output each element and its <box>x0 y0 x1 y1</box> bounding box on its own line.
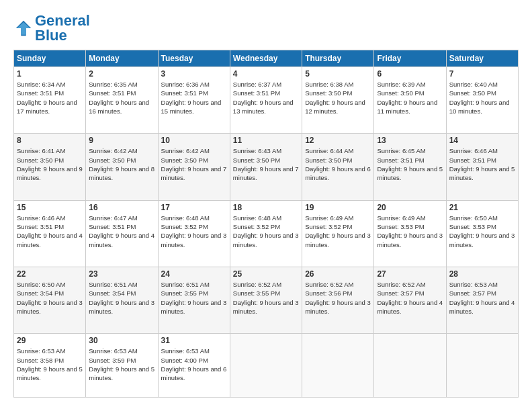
calendar-cell: 9Sunrise: 6:42 AMSunset: 3:50 PMDaylight… <box>86 134 158 200</box>
day-info: Sunrise: 6:44 AMSunset: 3:50 PMDaylight:… <box>305 146 371 182</box>
calendar-cell: 14Sunrise: 6:46 AMSunset: 3:51 PMDayligh… <box>446 134 518 200</box>
calendar-cell: 27Sunrise: 6:52 AMSunset: 3:57 PMDayligh… <box>374 267 446 334</box>
day-number: 19 <box>305 203 371 212</box>
day-number: 22 <box>17 269 83 279</box>
day-info: Sunrise: 6:50 AMSunset: 3:53 PMDaylight:… <box>449 214 515 249</box>
day-number: 21 <box>449 203 515 212</box>
calendar-cell <box>230 334 302 398</box>
day-info: Sunrise: 6:53 AMSunset: 4:00 PMDaylight:… <box>161 347 227 382</box>
day-number: 18 <box>233 203 299 212</box>
day-info: Sunrise: 6:49 AMSunset: 3:53 PMDaylight:… <box>377 214 443 249</box>
day-number: 28 <box>449 269 515 279</box>
logo-blue: Blue <box>35 27 67 44</box>
day-info: Sunrise: 6:49 AMSunset: 3:52 PMDaylight:… <box>305 214 371 249</box>
calendar-cell: 2Sunrise: 6:35 AMSunset: 3:51 PMDaylight… <box>86 67 158 134</box>
day-info: Sunrise: 6:48 AMSunset: 3:52 PMDaylight:… <box>233 214 299 249</box>
day-number: 3 <box>161 69 227 79</box>
calendar-cell: 17Sunrise: 6:48 AMSunset: 3:52 PMDayligh… <box>158 200 230 267</box>
day-number: 30 <box>89 336 154 345</box>
day-number: 4 <box>233 69 299 79</box>
day-info: Sunrise: 6:48 AMSunset: 3:52 PMDaylight:… <box>161 214 227 249</box>
day-info: Sunrise: 6:52 AMSunset: 3:57 PMDaylight:… <box>377 280 443 316</box>
day-info: Sunrise: 6:42 AMSunset: 3:50 PMDaylight:… <box>161 146 227 182</box>
calendar-cell: 8Sunrise: 6:41 AMSunset: 3:50 PMDaylight… <box>14 134 86 200</box>
calendar-cell: 18Sunrise: 6:48 AMSunset: 3:52 PMDayligh… <box>230 200 302 267</box>
calendar-cell: 28Sunrise: 6:53 AMSunset: 3:57 PMDayligh… <box>446 267 518 334</box>
col-saturday: Saturday <box>446 50 518 67</box>
calendar-cell: 30Sunrise: 6:53 AMSunset: 3:59 PMDayligh… <box>86 334 158 398</box>
day-number: 26 <box>305 269 371 279</box>
header: General Blue <box>13 13 519 43</box>
calendar-cell: 13Sunrise: 6:45 AMSunset: 3:51 PMDayligh… <box>374 134 446 200</box>
logo-icon <box>13 18 34 38</box>
calendar-cell <box>374 334 446 398</box>
day-number: 16 <box>89 203 154 212</box>
day-number: 23 <box>89 269 154 279</box>
day-info: Sunrise: 6:53 AMSunset: 3:57 PMDaylight:… <box>449 280 515 316</box>
calendar-cell: 1Sunrise: 6:34 AMSunset: 3:51 PMDaylight… <box>14 67 86 134</box>
day-number: 7 <box>449 69 515 79</box>
day-info: Sunrise: 6:39 AMSunset: 3:50 PMDaylight:… <box>377 80 443 116</box>
day-info: Sunrise: 6:53 AMSunset: 3:59 PMDaylight:… <box>89 347 154 382</box>
calendar-cell: 31Sunrise: 6:53 AMSunset: 4:00 PMDayligh… <box>158 334 230 398</box>
day-info: Sunrise: 6:35 AMSunset: 3:51 PMDaylight:… <box>89 80 154 116</box>
day-number: 1 <box>17 69 83 79</box>
calendar-cell: 24Sunrise: 6:51 AMSunset: 3:55 PMDayligh… <box>158 267 230 334</box>
col-tuesday: Tuesday <box>158 50 230 67</box>
day-number: 31 <box>161 336 227 345</box>
calendar-cell <box>446 334 518 398</box>
calendar-cell: 15Sunrise: 6:46 AMSunset: 3:51 PMDayligh… <box>14 200 86 267</box>
day-info: Sunrise: 6:52 AMSunset: 3:56 PMDaylight:… <box>305 280 371 316</box>
day-number: 24 <box>161 269 227 279</box>
col-wednesday: Wednesday <box>230 50 302 67</box>
day-header-row: Sunday Monday Tuesday Wednesday Thursday… <box>14 50 519 67</box>
calendar-cell: 23Sunrise: 6:51 AMSunset: 3:54 PMDayligh… <box>86 267 158 334</box>
day-number: 20 <box>377 203 443 212</box>
day-number: 6 <box>377 69 443 79</box>
day-number: 29 <box>17 336 83 345</box>
calendar-cell: 29Sunrise: 6:53 AMSunset: 3:58 PMDayligh… <box>14 334 86 398</box>
logo-text: General Blue <box>35 13 90 43</box>
calendar-cell: 7Sunrise: 6:40 AMSunset: 3:50 PMDaylight… <box>446 67 518 134</box>
calendar-cell: 25Sunrise: 6:52 AMSunset: 3:55 PMDayligh… <box>230 267 302 334</box>
day-number: 12 <box>305 136 371 145</box>
day-info: Sunrise: 6:34 AMSunset: 3:51 PMDaylight:… <box>17 80 83 116</box>
calendar-cell: 22Sunrise: 6:50 AMSunset: 3:54 PMDayligh… <box>14 267 86 334</box>
day-info: Sunrise: 6:46 AMSunset: 3:51 PMDaylight:… <box>449 146 515 182</box>
day-number: 11 <box>233 136 299 145</box>
calendar-table: Sunday Monday Tuesday Wednesday Thursday… <box>13 50 519 398</box>
calendar-cell: 19Sunrise: 6:49 AMSunset: 3:52 PMDayligh… <box>302 200 374 267</box>
day-info: Sunrise: 6:47 AMSunset: 3:51 PMDaylight:… <box>89 214 154 249</box>
day-info: Sunrise: 6:38 AMSunset: 3:50 PMDaylight:… <box>305 80 371 116</box>
calendar-cell: 3Sunrise: 6:36 AMSunset: 3:51 PMDaylight… <box>158 67 230 134</box>
col-thursday: Thursday <box>302 50 374 67</box>
day-info: Sunrise: 6:51 AMSunset: 3:54 PMDaylight:… <box>89 280 154 316</box>
calendar-cell: 26Sunrise: 6:52 AMSunset: 3:56 PMDayligh… <box>302 267 374 334</box>
day-number: 10 <box>161 136 227 145</box>
day-number: 13 <box>377 136 443 145</box>
calendar-cell: 10Sunrise: 6:42 AMSunset: 3:50 PMDayligh… <box>158 134 230 200</box>
calendar-cell: 4Sunrise: 6:37 AMSunset: 3:51 PMDaylight… <box>230 67 302 134</box>
day-info: Sunrise: 6:50 AMSunset: 3:54 PMDaylight:… <box>17 280 83 316</box>
col-monday: Monday <box>86 50 158 67</box>
day-number: 2 <box>89 69 154 79</box>
day-info: Sunrise: 6:40 AMSunset: 3:50 PMDaylight:… <box>449 80 515 116</box>
day-info: Sunrise: 6:37 AMSunset: 3:51 PMDaylight:… <box>233 80 299 116</box>
logo: General Blue <box>13 13 90 43</box>
day-info: Sunrise: 6:43 AMSunset: 3:50 PMDaylight:… <box>233 146 299 182</box>
calendar-cell: 11Sunrise: 6:43 AMSunset: 3:50 PMDayligh… <box>230 134 302 200</box>
day-number: 9 <box>89 136 154 145</box>
day-number: 8 <box>17 136 83 145</box>
day-info: Sunrise: 6:51 AMSunset: 3:55 PMDaylight:… <box>161 280 227 316</box>
day-number: 5 <box>305 69 371 79</box>
day-number: 27 <box>377 269 443 279</box>
day-info: Sunrise: 6:36 AMSunset: 3:51 PMDaylight:… <box>161 80 227 116</box>
col-sunday: Sunday <box>14 50 86 67</box>
calendar-cell: 5Sunrise: 6:38 AMSunset: 3:50 PMDaylight… <box>302 67 374 134</box>
calendar-cell: 21Sunrise: 6:50 AMSunset: 3:53 PMDayligh… <box>446 200 518 267</box>
calendar-cell: 16Sunrise: 6:47 AMSunset: 3:51 PMDayligh… <box>86 200 158 267</box>
day-number: 15 <box>17 203 83 212</box>
calendar-cell: 20Sunrise: 6:49 AMSunset: 3:53 PMDayligh… <box>374 200 446 267</box>
day-info: Sunrise: 6:53 AMSunset: 3:58 PMDaylight:… <box>17 347 83 382</box>
calendar-cell: 12Sunrise: 6:44 AMSunset: 3:50 PMDayligh… <box>302 134 374 200</box>
